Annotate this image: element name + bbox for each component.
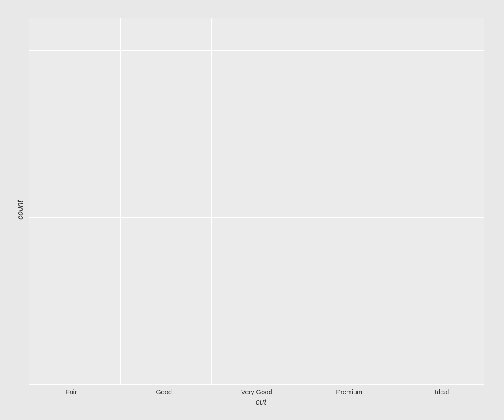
x-axis-label: cut bbox=[29, 396, 493, 411]
grid-line-v bbox=[393, 18, 393, 385]
grid-line-v bbox=[120, 18, 121, 385]
grid-line-h bbox=[29, 217, 484, 218]
grid-line-h bbox=[29, 384, 484, 385]
x-labels: FairGoodVery GoodPremiumIdeal bbox=[29, 385, 493, 396]
x-axis-tick-label: Fair bbox=[29, 388, 113, 396]
plot-area: 05000100001500020000 bbox=[29, 18, 484, 385]
chart-area: count 05000100001500020000 FairGoodVery … bbox=[11, 9, 493, 411]
y-axis-label: count bbox=[11, 9, 29, 411]
x-axis-tick-label: Premium bbox=[307, 388, 391, 396]
x-axis-tick-label: Ideal bbox=[400, 388, 484, 396]
chart-container: count 05000100001500020000 FairGoodVery … bbox=[11, 9, 493, 411]
grid-line-h bbox=[29, 301, 484, 301]
grid-line-v bbox=[211, 18, 212, 385]
x-axis-tick-label: Very Good bbox=[215, 388, 299, 396]
bars-container bbox=[29, 18, 484, 385]
grid-line-h bbox=[29, 50, 484, 51]
grid-line-h bbox=[29, 134, 484, 134]
grid-line-v bbox=[302, 18, 302, 385]
x-axis-tick-label: Good bbox=[122, 388, 206, 396]
chart-inner: 05000100001500020000 FairGoodVery GoodPr… bbox=[29, 9, 493, 411]
